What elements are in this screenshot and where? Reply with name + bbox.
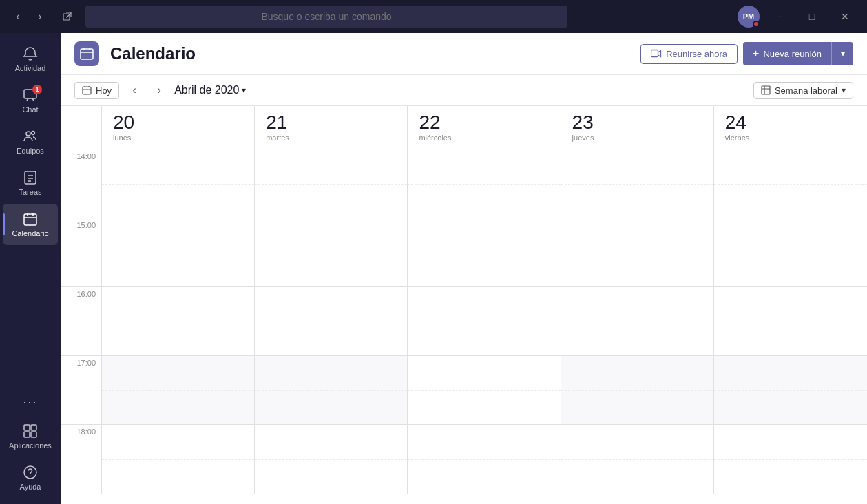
title-bar: ‹ › PM − □ ✕ bbox=[0, 0, 867, 33]
slot-15-3[interactable] bbox=[561, 218, 714, 287]
slot-14-2[interactable] bbox=[408, 149, 561, 218]
sidebar: Actividad 1 Chat bbox=[0, 33, 61, 504]
nueva-reunion-button[interactable]: + Nueva reunión bbox=[743, 42, 831, 65]
actividad-label: Actividad bbox=[15, 64, 46, 72]
svg-rect-8 bbox=[24, 432, 30, 437]
time-row-16: 16:00 bbox=[61, 287, 867, 356]
calendar-area: Calendario Reunirse ahora + Nueva reunió… bbox=[61, 33, 867, 504]
slot-17-2[interactable] bbox=[408, 356, 561, 425]
slot-15-1[interactable] bbox=[255, 218, 408, 287]
reunirse-ahora-button[interactable]: Reunirse ahora bbox=[640, 44, 738, 64]
chat-badge: 1 bbox=[32, 85, 42, 94]
sidebar-item-equipos[interactable]: Equipos bbox=[3, 121, 58, 162]
svg-rect-12 bbox=[81, 49, 93, 59]
svg-point-3 bbox=[32, 132, 35, 135]
sidebar-item-actividad[interactable]: Actividad bbox=[3, 39, 58, 80]
day-header-0: 20 lunes bbox=[102, 106, 255, 149]
slot-18-2[interactable] bbox=[408, 425, 561, 494]
time-label-17: 17:00 bbox=[61, 356, 102, 425]
toolbar-right: Semana laboral ▾ bbox=[753, 82, 853, 99]
day-header-4: 24 viernes bbox=[714, 106, 867, 149]
sidebar-item-calendario[interactable]: Calendario bbox=[3, 204, 58, 245]
svg-rect-5 bbox=[24, 214, 36, 225]
slot-16-3[interactable] bbox=[561, 287, 714, 356]
calendar-toolbar: Hoy ‹ › Abril de 2020 ▾ Semana laboral ▾ bbox=[61, 75, 867, 106]
slot-15-4[interactable] bbox=[714, 218, 867, 287]
slot-15-0[interactable] bbox=[102, 218, 255, 287]
calendar-body[interactable]: 14:00 15:00 16:00 bbox=[61, 149, 867, 504]
avatar[interactable]: PM bbox=[738, 6, 760, 28]
time-row-14: 14:00 bbox=[61, 149, 867, 218]
view-selector-button[interactable]: Semana laboral ▾ bbox=[753, 82, 853, 99]
svg-rect-13 bbox=[651, 50, 658, 57]
nueva-reunion-dropdown[interactable]: ▾ bbox=[831, 42, 853, 65]
slot-17-1[interactable] bbox=[255, 356, 408, 425]
time-gutter-header bbox=[61, 106, 102, 149]
time-row-15: 15:00 bbox=[61, 218, 867, 287]
avatar-status-badge bbox=[753, 21, 760, 28]
day-header-3: 23 jueves bbox=[561, 106, 714, 149]
calendar-days-header: 20 lunes 21 martes 22 miércoles 23 jueve… bbox=[61, 106, 867, 149]
svg-rect-9 bbox=[31, 432, 36, 437]
sidebar-item-ayuda[interactable]: Ayuda bbox=[3, 457, 58, 498]
search-input[interactable] bbox=[85, 6, 567, 28]
minimize-button[interactable]: − bbox=[765, 6, 793, 28]
slot-18-4[interactable] bbox=[714, 425, 867, 494]
sidebar-item-aplicaciones[interactable]: Aplicaciones bbox=[3, 416, 58, 457]
svg-rect-15 bbox=[762, 86, 770, 94]
forward-button[interactable]: › bbox=[30, 7, 50, 26]
time-label-15: 15:00 bbox=[61, 218, 102, 287]
close-button[interactable]: ✕ bbox=[831, 6, 859, 28]
slot-16-0[interactable] bbox=[102, 287, 255, 356]
sidebar-item-mas[interactable]: ··· bbox=[3, 388, 58, 416]
svg-point-2 bbox=[26, 132, 30, 136]
calendar-title: Calendario bbox=[110, 44, 196, 63]
sidebar-item-tareas[interactable]: Tareas bbox=[3, 162, 58, 204]
time-label-18: 18:00 bbox=[61, 425, 102, 494]
time-label-14: 14:00 bbox=[61, 149, 102, 218]
month-dropdown-icon: ▾ bbox=[242, 85, 246, 95]
slot-14-0[interactable] bbox=[102, 149, 255, 218]
calendario-label: Calendario bbox=[12, 229, 48, 238]
slot-14-1[interactable] bbox=[255, 149, 408, 218]
slot-14-4[interactable] bbox=[714, 149, 867, 218]
svg-rect-6 bbox=[24, 425, 30, 430]
maximize-button[interactable]: □ bbox=[798, 6, 826, 28]
bell-icon bbox=[23, 46, 38, 61]
slot-18-0[interactable] bbox=[102, 425, 255, 494]
aplicaciones-label: Aplicaciones bbox=[9, 441, 52, 450]
sidebar-item-chat[interactable]: 1 Chat bbox=[3, 80, 58, 121]
tareas-label: Tareas bbox=[19, 188, 41, 196]
prev-week-button[interactable]: ‹ bbox=[125, 81, 144, 100]
month-label[interactable]: Abril de 2020 ▾ bbox=[174, 84, 246, 96]
next-week-button[interactable]: › bbox=[149, 81, 169, 100]
apps-icon bbox=[23, 423, 38, 439]
time-row-18: 18:00 bbox=[61, 425, 867, 494]
slot-18-1[interactable] bbox=[255, 425, 408, 494]
slot-16-1[interactable] bbox=[255, 287, 408, 356]
slot-17-3[interactable] bbox=[561, 356, 714, 425]
chat-label: Chat bbox=[22, 105, 38, 114]
slot-15-2[interactable] bbox=[408, 218, 561, 287]
slot-14-3[interactable] bbox=[561, 149, 714, 218]
time-label-16: 16:00 bbox=[61, 287, 102, 356]
today-button[interactable]: Hoy bbox=[74, 82, 119, 99]
title-bar-right: PM − □ ✕ bbox=[738, 6, 859, 28]
teams-icon bbox=[23, 129, 38, 144]
slot-18-3[interactable] bbox=[561, 425, 714, 494]
back-button[interactable]: ‹ bbox=[8, 7, 28, 26]
calendar-nav-icon bbox=[23, 211, 38, 227]
nueva-reunion-wrapper: + Nueva reunión ▾ bbox=[743, 42, 853, 65]
tasks-icon bbox=[23, 170, 38, 185]
header-actions: Reunirse ahora + Nueva reunión ▾ bbox=[640, 42, 853, 65]
slot-16-2[interactable] bbox=[408, 287, 561, 356]
view-dropdown-icon: ▾ bbox=[842, 85, 846, 95]
slot-17-4[interactable] bbox=[714, 356, 867, 425]
calendar-grid: 20 lunes 21 martes 22 miércoles 23 jueve… bbox=[61, 106, 867, 504]
slot-17-0[interactable] bbox=[102, 356, 255, 425]
main-layout: Actividad 1 Chat bbox=[0, 33, 867, 504]
equipos-label: Equipos bbox=[17, 147, 44, 155]
slot-16-4[interactable] bbox=[714, 287, 867, 356]
new-window-button[interactable] bbox=[58, 7, 77, 26]
chat-icon: 1 bbox=[23, 87, 38, 103]
